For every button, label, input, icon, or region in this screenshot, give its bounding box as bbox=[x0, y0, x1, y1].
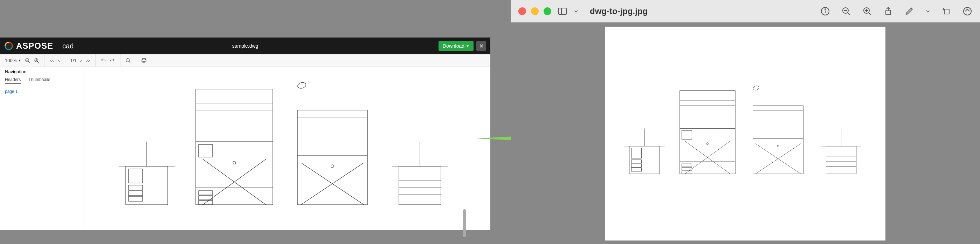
zoom-select[interactable]: 100% ▼ bbox=[5, 58, 21, 63]
nav-tabs: Headers Thumbnails bbox=[5, 77, 78, 84]
svg-line-54 bbox=[869, 13, 871, 15]
drawing-canvas[interactable] bbox=[83, 67, 490, 230]
undo-icon[interactable] bbox=[100, 58, 106, 64]
toolbar: 100% ▼ << < 1/1 > >> bbox=[0, 54, 490, 67]
close-window-button[interactable] bbox=[519, 7, 526, 15]
sidebar-toggle-icon[interactable] bbox=[558, 6, 567, 16]
svg-rect-58 bbox=[944, 9, 949, 14]
svg-rect-75 bbox=[682, 164, 692, 167]
prev-page-icon[interactable]: < bbox=[58, 59, 60, 63]
svg-point-59 bbox=[964, 7, 971, 15]
svg-line-9 bbox=[129, 61, 130, 63]
rotate-icon[interactable] bbox=[942, 6, 951, 16]
svg-rect-38 bbox=[399, 166, 441, 205]
svg-rect-27 bbox=[199, 144, 213, 157]
navigation-title: Navigation bbox=[5, 69, 78, 74]
svg-rect-32 bbox=[298, 110, 368, 205]
aspose-swirl-icon bbox=[4, 41, 13, 51]
svg-line-5 bbox=[38, 61, 39, 63]
tab-thumbnails[interactable]: Thumbnails bbox=[29, 77, 50, 84]
navigation-panel: Navigation Headers Thumbnails page 1 bbox=[0, 67, 83, 230]
app-header: ASPOSE cad sample.dwg Download ▼ ✕ bbox=[0, 38, 490, 54]
zoom-value: 100% bbox=[5, 58, 16, 63]
titlebar: dwg-to-jpg.jpg bbox=[511, 0, 980, 22]
maximize-window-button[interactable] bbox=[544, 7, 551, 15]
brand-name: ASPOSE bbox=[16, 41, 53, 51]
svg-rect-45 bbox=[558, 8, 566, 14]
chevron-down-icon[interactable] bbox=[925, 9, 930, 14]
zoom-out-icon[interactable] bbox=[841, 6, 851, 16]
svg-rect-85 bbox=[826, 146, 856, 174]
minimize-window-button[interactable] bbox=[531, 7, 539, 15]
last-page-icon[interactable]: >> bbox=[86, 59, 91, 63]
scrollbar-thumb[interactable] bbox=[463, 209, 466, 238]
brand-product: cad bbox=[62, 42, 73, 50]
svg-point-8 bbox=[126, 59, 129, 62]
svg-rect-14 bbox=[129, 169, 143, 183]
brand-logo: ASPOSE cad bbox=[4, 41, 73, 51]
svg-line-51 bbox=[848, 13, 850, 15]
converted-image bbox=[619, 86, 872, 182]
cad-drawing bbox=[112, 82, 462, 215]
svg-point-91 bbox=[752, 86, 760, 91]
print-icon[interactable] bbox=[141, 58, 147, 64]
traffic-lights bbox=[519, 7, 551, 15]
next-page-icon[interactable]: > bbox=[80, 59, 82, 63]
svg-rect-13 bbox=[126, 166, 168, 205]
chevron-down-icon: ▼ bbox=[18, 59, 21, 62]
info-icon[interactable] bbox=[820, 6, 830, 16]
svg-rect-61 bbox=[632, 148, 642, 158]
download-button[interactable]: Download ▼ bbox=[439, 41, 474, 51]
download-button-label: Download bbox=[443, 43, 465, 49]
annotate-circle-icon[interactable] bbox=[963, 6, 972, 16]
svg-point-31 bbox=[233, 161, 236, 164]
preview-filename: dwg-to-jpg.jpg bbox=[590, 6, 814, 16]
open-filename: sample.dwg bbox=[232, 43, 258, 49]
first-page-icon[interactable]: << bbox=[50, 59, 54, 63]
image-canvas[interactable] bbox=[605, 27, 885, 241]
aspose-cad-viewer: ASPOSE cad sample.dwg Download ▼ ✕ 100% … bbox=[0, 38, 490, 230]
chevron-down-icon[interactable] bbox=[574, 9, 579, 14]
svg-point-49 bbox=[825, 9, 826, 10]
svg-rect-60 bbox=[629, 146, 660, 174]
svg-rect-15 bbox=[129, 185, 143, 190]
search-icon[interactable] bbox=[126, 58, 131, 64]
markup-icon[interactable] bbox=[904, 6, 914, 16]
zoom-in-icon[interactable] bbox=[34, 58, 40, 64]
redo-icon[interactable] bbox=[110, 58, 115, 64]
chevron-down-icon: ▼ bbox=[466, 44, 469, 48]
svg-rect-62 bbox=[632, 160, 642, 163]
svg-rect-64 bbox=[632, 168, 642, 171]
zoom-out-icon[interactable] bbox=[25, 58, 30, 64]
svg-line-2 bbox=[29, 61, 30, 63]
tab-headers[interactable]: Headers bbox=[5, 77, 21, 84]
svg-rect-28 bbox=[199, 191, 213, 195]
page-link[interactable]: page 1 bbox=[5, 89, 78, 94]
svg-rect-63 bbox=[632, 164, 642, 167]
toolbar-right bbox=[820, 6, 972, 16]
svg-rect-74 bbox=[682, 131, 692, 140]
zoom-in-icon[interactable] bbox=[862, 6, 872, 16]
svg-point-78 bbox=[706, 143, 708, 145]
close-button[interactable]: ✕ bbox=[476, 41, 486, 51]
svg-rect-17 bbox=[129, 196, 143, 201]
macos-preview-window: dwg-to-jpg.jpg bbox=[511, 0, 980, 244]
svg-point-84 bbox=[777, 145, 779, 147]
svg-rect-79 bbox=[753, 106, 803, 174]
svg-point-44 bbox=[297, 82, 307, 89]
share-icon[interactable] bbox=[883, 6, 893, 16]
svg-rect-16 bbox=[129, 191, 143, 196]
page-value: 1/1 bbox=[70, 58, 76, 63]
svg-point-37 bbox=[331, 165, 334, 167]
